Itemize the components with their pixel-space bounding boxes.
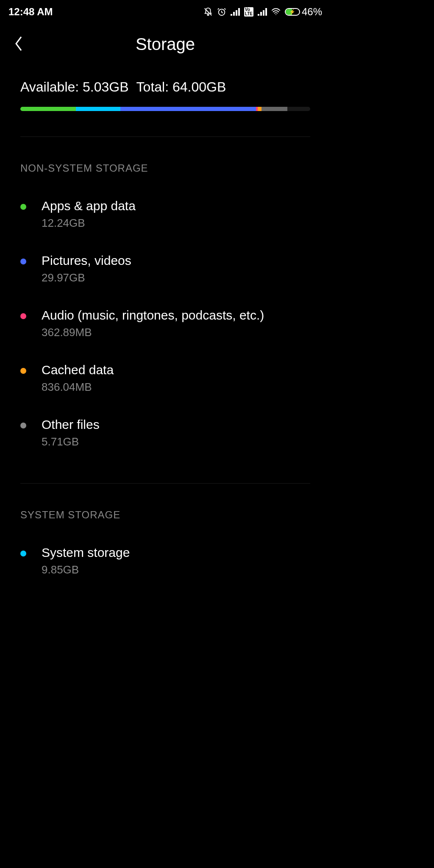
section-header-system: SYSTEM STORAGE <box>0 484 331 534</box>
storage-summary: Available: 5.03GB Total: 64.00GB <box>0 71 331 111</box>
storage-bar-segment <box>76 107 120 111</box>
storage-bar-segment <box>258 107 262 111</box>
battery-indicator: ⚡ 46% <box>285 6 322 18</box>
signal-icon-2 <box>258 8 267 16</box>
category-dot-icon <box>20 368 26 374</box>
page-title: Storage <box>13 35 318 54</box>
storage-bar-segment <box>20 107 76 111</box>
category-dot-icon <box>20 423 26 428</box>
battery-percent: 46% <box>302 6 322 18</box>
dnd-icon <box>203 7 213 17</box>
storage-bar <box>20 107 310 111</box>
item-title: Apps & app data <box>42 199 310 213</box>
storage-bar-segment <box>262 107 287 111</box>
system-list: System storage9.85GB <box>0 534 331 588</box>
item-title: Audio (music, ringtones, podcasts, etc.) <box>42 308 310 323</box>
system-item[interactable]: System storage9.85GB <box>20 534 310 588</box>
non-system-list: Apps & app data12.24GBPictures, videos29… <box>0 187 331 460</box>
category-dot-icon <box>20 259 26 264</box>
item-size: 9.85GB <box>42 563 310 576</box>
status-bar: 12:48 AM VoLTE ⚡ 46% <box>0 0 331 24</box>
item-size: 836.04MB <box>42 381 310 394</box>
item-title: System storage <box>42 545 310 560</box>
available-value: 5.03GB <box>83 79 129 95</box>
item-size: 5.71GB <box>42 435 310 448</box>
status-time: 12:48 AM <box>8 6 53 18</box>
status-icons: VoLTE ⚡ 46% <box>203 6 322 18</box>
item-title: Pictures, videos <box>42 253 310 268</box>
non-system-item[interactable]: Cached data836.04MB <box>20 351 310 406</box>
non-system-item[interactable]: Other files5.71GB <box>20 406 310 460</box>
item-size: 362.89MB <box>42 326 310 339</box>
category-dot-icon <box>20 551 26 556</box>
section-header-nonsystem: NON-SYSTEM STORAGE <box>0 137 331 187</box>
signal-icon <box>231 8 240 16</box>
non-system-item[interactable]: Apps & app data12.24GB <box>20 187 310 242</box>
wifi-icon <box>271 7 281 17</box>
total-value: 64.00GB <box>172 79 226 95</box>
item-title: Other files <box>42 417 310 432</box>
item-title: Cached data <box>42 363 310 377</box>
back-button[interactable] <box>13 35 25 54</box>
volte-icon: VoLTE <box>244 7 253 17</box>
non-system-item[interactable]: Audio (music, ringtones, podcasts, etc.)… <box>20 296 310 351</box>
page-header: Storage <box>0 24 331 71</box>
alarm-icon <box>217 7 226 17</box>
available-label: Available: <box>20 79 79 95</box>
item-size: 12.24GB <box>42 217 310 230</box>
storage-bar-segment <box>287 107 310 111</box>
total-label: Total: <box>136 79 169 95</box>
category-dot-icon <box>20 204 26 210</box>
storage-bar-segment <box>120 107 256 111</box>
item-size: 29.97GB <box>42 271 310 284</box>
non-system-item[interactable]: Pictures, videos29.97GB <box>20 242 310 296</box>
category-dot-icon <box>20 313 26 319</box>
